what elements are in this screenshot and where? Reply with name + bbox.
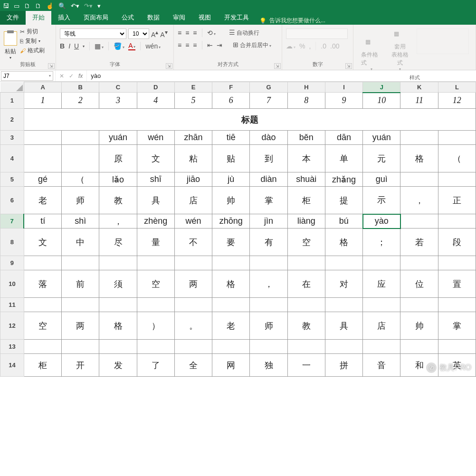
cell-J7[interactable]: yào	[363, 214, 400, 228]
align-top-icon[interactable]: ≡	[178, 29, 181, 37]
cell-K3[interactable]	[400, 131, 438, 145]
dialog-launcher[interactable]: ⇲	[166, 63, 172, 69]
cell-L7[interactable]	[438, 214, 476, 228]
name-box[interactable]: J7▾	[1, 71, 53, 81]
dialog-launcher[interactable]: ⇲	[274, 63, 281, 69]
cell-K1[interactable]: 11	[400, 93, 438, 109]
cell-I9[interactable]	[325, 256, 362, 270]
cell-K9[interactable]	[400, 256, 438, 270]
cell-H7[interactable]: liàng	[287, 214, 325, 228]
cell-J4[interactable]: 元	[363, 145, 400, 172]
cell-F12[interactable]: 老	[212, 312, 250, 340]
cell-B11[interactable]	[62, 298, 99, 312]
cell-A7[interactable]: tí	[24, 214, 61, 228]
col-header-D[interactable]: D	[137, 82, 174, 93]
font-color-button[interactable]: A	[128, 42, 135, 50]
orientation-icon[interactable]: ⟲	[207, 29, 216, 37]
tab-insert[interactable]: 插入	[51, 11, 77, 25]
cell-C14[interactable]: 发	[99, 354, 137, 377]
cell-C3[interactable]: yuán	[99, 131, 137, 145]
preview-icon[interactable]: 🔍	[58, 2, 66, 10]
tab-layout[interactable]: 页面布局	[77, 11, 115, 25]
cell-A12[interactable]: 空	[24, 312, 61, 340]
cell-A10[interactable]: 落	[24, 270, 61, 298]
cell-D3[interactable]: wén	[137, 131, 174, 145]
cell-I8[interactable]: 格	[325, 228, 362, 256]
tab-review[interactable]: 审阅	[166, 11, 192, 25]
dialog-launcher[interactable]: ⇲	[345, 63, 352, 69]
col-header-A[interactable]: A	[24, 82, 61, 93]
cell-E4[interactable]: 粘	[174, 145, 212, 172]
cell-D7[interactable]: zhèng	[137, 214, 174, 228]
cell-J1[interactable]: 10	[363, 93, 400, 109]
font-name-select[interactable]: 等线	[60, 29, 126, 39]
cell-F13[interactable]	[212, 340, 250, 354]
cell-J3[interactable]: yuán	[363, 131, 400, 145]
cell-K11[interactable]	[400, 298, 438, 312]
cell-K13[interactable]	[400, 340, 438, 354]
cell-A4[interactable]	[24, 145, 61, 172]
row-header-4[interactable]: 4	[0, 145, 24, 172]
cell-H6[interactable]: 柜	[287, 187, 325, 214]
save-icon[interactable]: 🖫	[3, 2, 9, 10]
row-header-7[interactable]: 7	[0, 214, 24, 228]
cell-L12[interactable]: 掌	[438, 312, 476, 340]
col-header-J[interactable]: J	[363, 82, 400, 93]
cell-L13[interactable]	[438, 340, 476, 354]
cell-L6[interactable]: 正	[438, 187, 476, 214]
align-center-icon[interactable]: ≡	[185, 41, 189, 49]
cell-F9[interactable]	[212, 256, 250, 270]
align-right-icon[interactable]: ≡	[193, 41, 197, 49]
cell-L4[interactable]: （	[438, 145, 476, 172]
cell-E6[interactable]: 店	[174, 187, 212, 214]
cell-K6[interactable]: ，	[400, 187, 438, 214]
cell-I10[interactable]: 对	[325, 270, 362, 298]
cell-E11[interactable]	[174, 298, 212, 312]
cell-L8[interactable]: 段	[438, 228, 476, 256]
cell-D1[interactable]: 4	[137, 93, 174, 109]
cell-F3[interactable]: tiē	[212, 131, 250, 145]
cell-D11[interactable]	[137, 298, 174, 312]
cell-D4[interactable]: 文	[137, 145, 174, 172]
row-header-10[interactable]: 10	[0, 270, 24, 298]
qat-more-icon[interactable]: ▾	[97, 2, 101, 10]
cell-F11[interactable]	[212, 298, 250, 312]
cell-F7[interactable]: zhōng	[212, 214, 250, 228]
cell-L3[interactable]	[438, 131, 476, 145]
enter-icon[interactable]: ✓	[69, 73, 74, 79]
table-format-button[interactable]: ▦ 套用 表格格式▾	[389, 29, 411, 71]
cell-C8[interactable]: 尽	[99, 228, 137, 256]
cell-E12[interactable]: 。	[174, 312, 212, 340]
cell-B9[interactable]	[62, 256, 99, 270]
cell-B7[interactable]: shì	[62, 214, 99, 228]
cell-C13[interactable]	[99, 340, 137, 354]
cell-G10[interactable]: ，	[250, 270, 287, 298]
cell-B14[interactable]: 开	[62, 354, 99, 377]
cell-K7[interactable]	[400, 214, 438, 228]
col-header-G[interactable]: G	[250, 82, 287, 93]
cell-G6[interactable]: 掌	[250, 187, 287, 214]
cell-H4[interactable]: 本	[287, 145, 325, 172]
cell-A8[interactable]: 文	[24, 228, 61, 256]
cell-K4[interactable]: 格	[400, 145, 438, 172]
formula-input[interactable]: yào	[87, 72, 105, 79]
fx-icon[interactable]: fx	[78, 73, 83, 79]
cell-J12[interactable]: 店	[363, 312, 400, 340]
cell-E1[interactable]: 5	[174, 93, 212, 109]
undo-icon[interactable]: ↶▾	[71, 2, 79, 10]
cell-F6[interactable]: 帅	[212, 187, 250, 214]
format-painter-button[interactable]: 🖌格式刷	[20, 47, 45, 55]
cell-C6[interactable]: 教	[99, 187, 137, 214]
cell-K8[interactable]: 若	[400, 228, 438, 256]
cell-J8[interactable]: ；	[363, 228, 400, 256]
indent-inc-icon[interactable]: ⇥	[217, 41, 222, 49]
cell-G1[interactable]: 7	[250, 93, 287, 109]
cell-C1[interactable]: 3	[99, 93, 137, 109]
row-header-6[interactable]: 6	[0, 187, 24, 214]
cell-H13[interactable]	[287, 340, 325, 354]
cell-C7[interactable]: ，	[99, 214, 137, 228]
cell-B5[interactable]: （	[62, 172, 99, 187]
cell-G5[interactable]: diàn	[250, 172, 287, 187]
cell-H11[interactable]	[287, 298, 325, 312]
tab-home[interactable]: 开始	[26, 11, 51, 25]
